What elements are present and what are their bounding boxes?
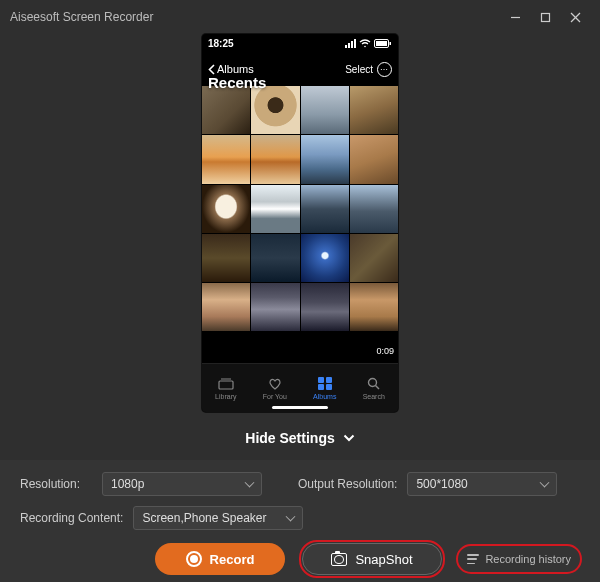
recording-history-label: Recording history xyxy=(485,553,571,565)
close-button[interactable] xyxy=(560,0,590,34)
photo-thumbnail[interactable] xyxy=(301,185,349,233)
photo-thumbnail[interactable] xyxy=(251,185,299,233)
tab-label: Search xyxy=(363,393,385,400)
svg-rect-1 xyxy=(541,13,549,21)
photo-thumbnail[interactable] xyxy=(202,283,250,331)
more-icon: ⋯ xyxy=(377,62,392,77)
select-controls[interactable]: Select ⋯ xyxy=(345,62,392,77)
svg-rect-8 xyxy=(219,381,233,389)
snapshot-button[interactable]: SnapShot xyxy=(302,543,442,575)
photo-thumbnail[interactable] xyxy=(202,234,250,282)
battery-icon xyxy=(374,39,392,48)
svg-rect-10 xyxy=(326,377,332,383)
photo-thumbnail[interactable] xyxy=(301,283,349,331)
resolution-value: 1080p xyxy=(111,477,144,491)
select-label: Select xyxy=(345,64,373,75)
record-icon xyxy=(186,551,202,567)
resolution-select[interactable]: 1080p xyxy=(102,472,262,496)
tab-label: Library xyxy=(215,393,236,400)
history-icon xyxy=(467,554,479,564)
recording-content-value: Screen,Phone Speaker xyxy=(142,511,266,525)
search-icon xyxy=(365,377,383,391)
photo-thumbnail[interactable] xyxy=(350,135,398,183)
svg-point-4 xyxy=(364,45,366,47)
tab-foryou[interactable]: For You xyxy=(263,377,287,400)
chevron-down-icon xyxy=(343,434,355,442)
status-icons xyxy=(345,39,392,48)
settings-panel: Resolution: 1080p Output Resolution: 500… xyxy=(0,460,600,582)
photo-thumbnail[interactable] xyxy=(251,86,299,134)
action-row: Record SnapShot Recording history xyxy=(20,540,580,578)
svg-rect-6 xyxy=(376,41,387,46)
library-icon xyxy=(217,377,235,391)
app-window: Aiseesoft Screen Recorder 18:25 Albums xyxy=(0,0,600,582)
phone-time: 18:25 xyxy=(208,38,234,49)
photo-thumbnail[interactable] xyxy=(301,135,349,183)
recording-history-link[interactable]: Recording history xyxy=(459,547,579,571)
wifi-icon xyxy=(359,39,371,48)
signal-icon xyxy=(345,39,356,48)
svg-point-13 xyxy=(369,379,377,387)
maximize-button[interactable] xyxy=(530,0,560,34)
chevron-left-icon xyxy=(208,64,215,75)
resolution-label: Resolution: xyxy=(20,477,92,491)
photo-thumbnail[interactable] xyxy=(301,86,349,134)
photo-thumbnail[interactable] xyxy=(251,135,299,183)
photo-thumbnail[interactable] xyxy=(251,283,299,331)
svg-line-14 xyxy=(376,386,380,390)
svg-rect-11 xyxy=(318,384,324,390)
photo-grid[interactable] xyxy=(202,86,398,331)
recording-content-select[interactable]: Screen,Phone Speaker xyxy=(133,506,303,530)
tab-label: For You xyxy=(263,393,287,400)
recording-content-label: Recording Content: xyxy=(20,511,123,525)
svg-rect-12 xyxy=(326,384,332,390)
albums-icon xyxy=(316,377,334,391)
phone-tabbar: Library For You Albums Search xyxy=(202,363,398,412)
photo-thumbnail[interactable] xyxy=(202,185,250,233)
svg-rect-7 xyxy=(390,42,392,45)
photo-thumbnail[interactable] xyxy=(202,135,250,183)
home-indicator xyxy=(272,406,328,409)
photo-thumbnail[interactable] xyxy=(301,234,349,282)
output-resolution-value: 500*1080 xyxy=(416,477,467,491)
tab-label: Albums xyxy=(313,393,336,400)
snapshot-highlight: SnapShot xyxy=(299,540,445,578)
photo-thumbnail[interactable] xyxy=(350,185,398,233)
photo-thumbnail[interactable] xyxy=(202,86,250,134)
video-duration-badge: 0:09 xyxy=(376,346,394,356)
photo-thumbnail[interactable] xyxy=(350,283,398,331)
svg-rect-9 xyxy=(318,377,324,383)
minimize-button[interactable] xyxy=(500,0,530,34)
album-title: Recents xyxy=(208,74,266,91)
photo-thumbnail[interactable] xyxy=(350,234,398,282)
hide-settings-toggle[interactable]: Hide Settings xyxy=(0,430,600,446)
snapshot-label: SnapShot xyxy=(355,552,412,567)
tab-library[interactable]: Library xyxy=(215,377,236,400)
output-resolution-label: Output Resolution: xyxy=(298,477,397,491)
foryou-icon xyxy=(266,377,284,391)
record-label: Record xyxy=(210,552,255,567)
tab-albums[interactable]: Albums xyxy=(313,377,336,400)
tab-search[interactable]: Search xyxy=(363,377,385,400)
history-highlight: Recording history xyxy=(456,544,582,574)
titlebar: Aiseesoft Screen Recorder xyxy=(0,0,600,34)
record-button[interactable]: Record xyxy=(155,543,285,575)
output-resolution-select[interactable]: 500*1080 xyxy=(407,472,557,496)
app-title: Aiseesoft Screen Recorder xyxy=(10,10,153,24)
phone-preview: 18:25 Albums Select ⋯ Recents xyxy=(202,34,398,412)
camera-icon xyxy=(331,553,347,566)
photos-header: Albums Select ⋯ Recents xyxy=(202,52,398,86)
photo-thumbnail[interactable] xyxy=(350,86,398,134)
hide-settings-label: Hide Settings xyxy=(245,430,334,446)
photo-thumbnail[interactable] xyxy=(251,234,299,282)
preview-area: 18:25 Albums Select ⋯ Recents xyxy=(0,34,600,412)
phone-statusbar: 18:25 xyxy=(202,34,398,52)
